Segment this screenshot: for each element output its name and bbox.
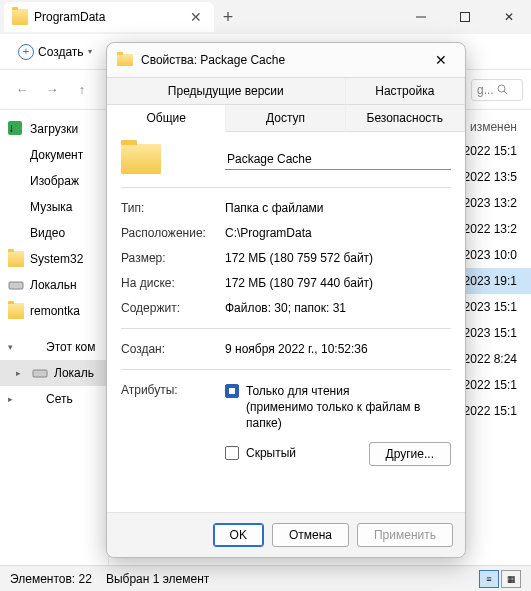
download-icon: ↓ bbox=[8, 121, 22, 135]
dialog-titlebar[interactable]: Свойства: Package Cache ✕ bbox=[107, 43, 465, 77]
maximize-button[interactable] bbox=[443, 2, 487, 32]
sidebar-item-system32[interactable]: System32 bbox=[0, 246, 108, 272]
tree-network[interactable]: ▸Сеть bbox=[0, 386, 108, 412]
advanced-attributes-button[interactable]: Другие... bbox=[369, 442, 451, 466]
up-button[interactable]: ↑ bbox=[68, 76, 96, 104]
apply-button[interactable]: Применить bbox=[357, 523, 453, 547]
view-details-button[interactable]: ≡ bbox=[479, 570, 499, 588]
tab-customize[interactable]: Настройка bbox=[346, 78, 465, 105]
search-icon bbox=[497, 84, 508, 95]
back-button[interactable]: ← bbox=[8, 76, 36, 104]
sidebar-item-remontka[interactable]: remontka bbox=[0, 298, 108, 324]
type-label: Тип: bbox=[121, 201, 225, 215]
location-label: Расположение: bbox=[121, 226, 225, 240]
chevron-right-icon[interactable]: ▸ bbox=[8, 394, 18, 404]
sidebar-item-local-disk[interactable]: Локальн bbox=[0, 272, 108, 298]
readonly-checkbox-row[interactable]: Только для чтения(применимо только к фай… bbox=[225, 383, 451, 432]
sidebar-item-images[interactable]: Изображ bbox=[0, 168, 108, 194]
tab-security[interactable]: Безопасность bbox=[346, 105, 465, 132]
close-button[interactable]: ✕ bbox=[487, 2, 531, 32]
plus-icon: + bbox=[18, 44, 34, 60]
tree-this-pc[interactable]: ▾Этот ком bbox=[0, 334, 108, 360]
location-value: C:\ProgramData bbox=[225, 226, 451, 240]
chevron-right-icon[interactable]: ▸ bbox=[16, 368, 26, 378]
folder-icon bbox=[8, 303, 24, 319]
readonly-checkbox[interactable] bbox=[225, 384, 239, 398]
tab-previous-versions[interactable]: Предыдущие версии bbox=[107, 78, 346, 105]
size-label: Размер: bbox=[121, 251, 225, 265]
attributes-label: Атрибуты: bbox=[121, 383, 225, 397]
sidebar-item-music[interactable]: Музыка bbox=[0, 194, 108, 220]
dialog-title: Свойства: Package Cache bbox=[141, 53, 285, 67]
hidden-checkbox-row[interactable]: Скрытый bbox=[225, 445, 296, 461]
create-label: Создать bbox=[38, 45, 84, 59]
type-value: Папка с файлами bbox=[225, 201, 451, 215]
tab-title: ProgramData bbox=[34, 10, 186, 24]
statusbar: Элементов: 22 Выбран 1 элемент ≡ ▦ bbox=[0, 565, 531, 591]
dialog-close-button[interactable]: ✕ bbox=[427, 48, 455, 72]
svg-rect-4 bbox=[9, 282, 23, 289]
new-tab-button[interactable]: + bbox=[214, 7, 242, 28]
titlebar: ProgramData ✕ + ✕ bbox=[0, 0, 531, 34]
selection-info: Выбран 1 элемент bbox=[106, 572, 209, 586]
folder-icon bbox=[12, 9, 28, 25]
create-button[interactable]: + Создать ▾ bbox=[12, 40, 98, 64]
contains-label: Содержит: bbox=[121, 301, 225, 315]
forward-button[interactable]: → bbox=[38, 76, 66, 104]
tab-general[interactable]: Общие bbox=[107, 105, 226, 132]
properties-dialog: Свойства: Package Cache ✕ Предыдущие вер… bbox=[106, 42, 466, 558]
size-on-disk-label: На диске: bbox=[121, 276, 225, 290]
folder-icon bbox=[117, 54, 133, 66]
contains-value: Файлов: 30; папок: 31 bbox=[225, 301, 451, 315]
folder-name-input[interactable] bbox=[225, 149, 451, 170]
view-icons-button[interactable]: ▦ bbox=[501, 570, 521, 588]
created-value: 9 ноября 2022 г., 10:52:36 bbox=[225, 342, 451, 356]
sidebar-item-downloads[interactable]: ↓Загрузки bbox=[0, 116, 108, 142]
search-label: g... bbox=[477, 83, 494, 97]
size-value: 172 МБ (180 759 572 байт) bbox=[225, 251, 451, 265]
minimize-button[interactable] bbox=[399, 2, 443, 32]
chevron-down-icon: ▾ bbox=[88, 47, 92, 56]
folder-icon bbox=[8, 251, 24, 267]
disk-icon bbox=[32, 365, 48, 381]
item-count: Элементов: 22 bbox=[10, 572, 92, 586]
tab-sharing[interactable]: Доступ bbox=[226, 105, 345, 132]
explorer-tab[interactable]: ProgramData ✕ bbox=[4, 2, 214, 32]
dialog-tabs: Предыдущие версии Настройка Общие Доступ… bbox=[107, 77, 465, 132]
folder-large-icon bbox=[121, 144, 225, 174]
chevron-down-icon[interactable]: ▾ bbox=[8, 342, 18, 352]
svg-rect-5 bbox=[33, 370, 47, 377]
hidden-checkbox[interactable] bbox=[225, 446, 239, 460]
svg-line-3 bbox=[504, 91, 507, 94]
created-label: Создан: bbox=[121, 342, 225, 356]
svg-point-2 bbox=[498, 85, 505, 92]
disk-icon bbox=[8, 277, 24, 293]
ok-button[interactable]: OK bbox=[213, 523, 264, 547]
sidebar: ↓Загрузки Документ Изображ Музыка Видео … bbox=[0, 110, 108, 565]
sidebar-item-video[interactable]: Видео bbox=[0, 220, 108, 246]
size-on-disk-value: 172 МБ (180 797 440 байт) bbox=[225, 276, 451, 290]
cancel-button[interactable]: Отмена bbox=[272, 523, 349, 547]
search-box[interactable]: g... bbox=[471, 79, 523, 101]
tab-close-button[interactable]: ✕ bbox=[186, 9, 206, 25]
tree-local-disk[interactable]: ▸Локаль bbox=[0, 360, 108, 386]
svg-rect-1 bbox=[461, 13, 470, 22]
sidebar-item-documents[interactable]: Документ bbox=[0, 142, 108, 168]
